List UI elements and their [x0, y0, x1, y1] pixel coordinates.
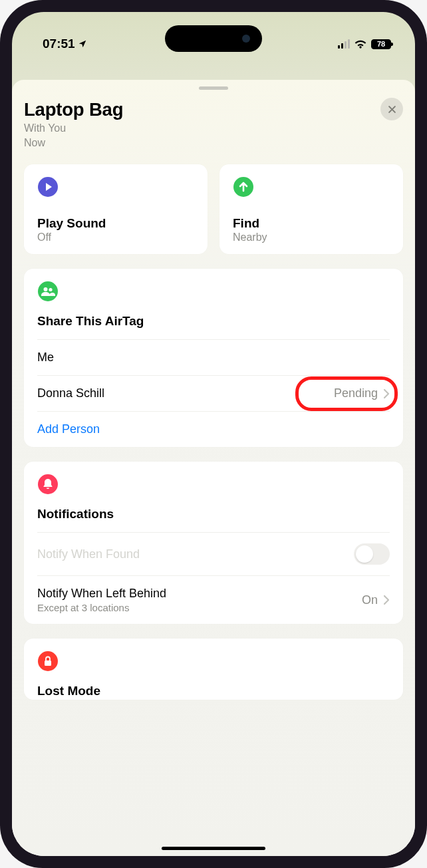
sheet-grabber[interactable] [199, 86, 228, 90]
share-title: Share This AirTag [37, 314, 390, 329]
play-sound-title: Play Sound [37, 216, 194, 231]
notify-left-behind-row[interactable]: Notify When Left Behind Except at 3 loca… [37, 575, 390, 624]
item-sheet: Laptop Bag With You Now Play Sound Off F… [12, 80, 415, 856]
battery-percent: 78 [372, 40, 390, 49]
svg-point-4 [49, 288, 52, 291]
svg-point-3 [44, 287, 48, 291]
bell-icon [37, 474, 59, 495]
add-person-button[interactable]: Add Person [37, 411, 390, 447]
share-person-status: Pending [334, 386, 378, 400]
battery-icon: 78 [371, 39, 391, 49]
close-button[interactable] [380, 98, 403, 120]
status-time: 07:51 [43, 37, 75, 51]
close-icon [387, 104, 397, 114]
find-sub: Nearby [233, 231, 390, 243]
share-person-name: Donna Schill [37, 386, 334, 400]
notify-found-row: Notify When Found [37, 532, 390, 575]
notify-left-title: Notify When Left Behind [37, 587, 362, 601]
play-sound-sub: Off [37, 231, 194, 243]
page-title: Laptop Bag [24, 99, 403, 120]
lost-mode-title: Lost Mode [37, 684, 390, 698]
notifications-section: Notifications Notify When Found Notify W… [24, 462, 403, 624]
play-icon [37, 176, 59, 198]
find-card[interactable]: Find Nearby [219, 164, 403, 254]
lost-mode-section: Lost Mode [24, 639, 403, 700]
cellular-icon [338, 39, 351, 49]
share-row-me[interactable]: Me [37, 339, 390, 375]
add-person-label: Add Person [37, 422, 390, 436]
svg-rect-7 [45, 660, 51, 666]
page-updated: Now [24, 136, 403, 150]
location-arrow-icon [78, 39, 87, 49]
notify-found-label: Notify When Found [37, 547, 354, 561]
share-me-label: Me [37, 351, 390, 364]
chevron-right-icon [383, 595, 390, 605]
notify-left-sub: Except at 3 locations [37, 602, 362, 613]
wifi-icon [354, 39, 367, 49]
page-location: With You [24, 122, 403, 135]
dynamic-island [165, 25, 262, 52]
share-row-person[interactable]: Donna Schill Pending [37, 375, 390, 411]
find-arrow-icon [233, 176, 254, 198]
find-title: Find [233, 216, 390, 231]
lock-icon [37, 651, 59, 672]
play-sound-card[interactable]: Play Sound Off [24, 164, 208, 254]
people-icon [37, 281, 59, 302]
svg-point-2 [38, 281, 58, 301]
notify-left-value: On [362, 593, 378, 607]
home-indicator[interactable] [162, 847, 265, 851]
notifications-title: Notifications [37, 507, 390, 521]
chevron-right-icon [383, 388, 390, 399]
share-section: Share This AirTag Me Donna Schill Pendin… [24, 269, 403, 447]
notify-found-toggle [354, 543, 390, 565]
